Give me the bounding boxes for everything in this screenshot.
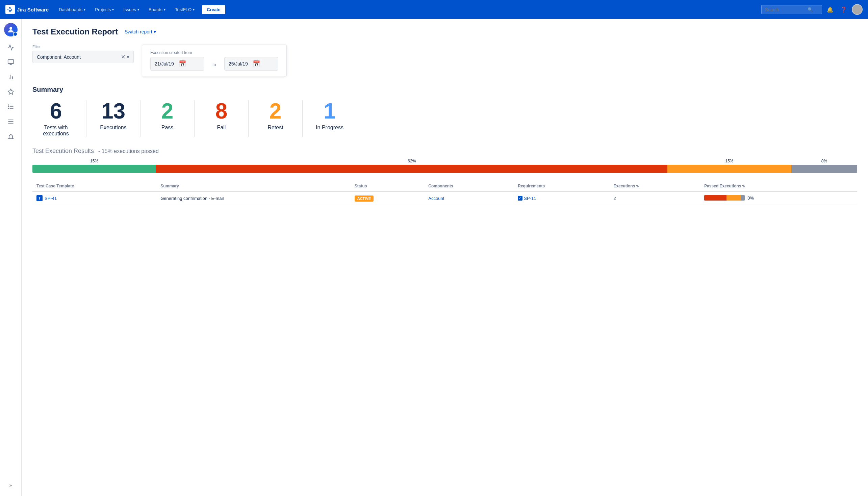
bar-segment-0 — [32, 165, 156, 173]
stat-label: Fail — [217, 125, 226, 131]
date-from-input[interactable]: 21/Jul/19 📅 — [150, 57, 204, 71]
chevron-down-icon: ▾ — [154, 29, 156, 34]
nav-boards[interactable]: Boards ▾ — [145, 5, 169, 14]
sidebar-item-issues[interactable] — [4, 115, 18, 128]
filter-section: Filter Component: Account ✕ ▾ — [32, 45, 134, 63]
project-avatar[interactable] — [4, 23, 18, 36]
progress-bar — [32, 165, 857, 173]
nav-testflo[interactable]: TestFLO ▾ — [172, 5, 198, 14]
clear-icon[interactable]: ✕ — [121, 54, 125, 60]
cell-passed-executions: 0% — [700, 192, 857, 204]
bar-label-2: 15% — [667, 159, 791, 164]
filter-select[interactable]: Component: Account ✕ ▾ — [32, 51, 134, 63]
help-icon[interactable]: ❓ — [838, 4, 849, 15]
calendar-icon[interactable]: 📅 — [253, 60, 274, 67]
stat-number: 1 — [324, 100, 336, 122]
column-header-components: Components — [424, 181, 514, 191]
test-id-text: SP-41 — [45, 196, 57, 201]
column-header-requirements: Requirements — [514, 181, 609, 191]
mini-bar-segment-1 — [727, 195, 741, 201]
chevron-down-icon: ▾ — [164, 8, 166, 12]
stat-label: Tests with executions — [43, 125, 69, 137]
jira-logo[interactable]: Jira Software — [5, 5, 49, 14]
bar-label-1: 62% — [156, 159, 667, 164]
table-header: Test Case TemplateSummaryStatusComponent… — [32, 181, 857, 191]
create-button[interactable]: Create — [202, 5, 225, 14]
test-id-link[interactable]: T SP-41 — [36, 195, 152, 201]
svg-point-0 — [10, 27, 12, 30]
table-body: T SP-41 Generating confirmation - E-mail… — [32, 191, 857, 205]
bar-label-3: 8% — [791, 159, 857, 164]
mini-bar-segment-2 — [741, 195, 745, 201]
passed-progress-bar — [704, 195, 745, 201]
main-content: Test Execution Report Switch report ▾ Fi… — [21, 19, 868, 496]
sidebar-item-reports[interactable] — [4, 70, 18, 84]
logo-text: Jira Software — [17, 7, 49, 13]
sidebar-item-deployments[interactable] — [4, 130, 18, 143]
nav-dashboards[interactable]: Dashboards ▾ — [56, 5, 89, 14]
user-avatar[interactable] — [852, 4, 863, 15]
table-row: T SP-41 Generating confirmation - E-mail… — [32, 191, 857, 205]
chevron-down-icon: ▾ — [138, 8, 139, 12]
cell-status: ACTIVE — [351, 191, 424, 205]
date-range-box: Execution created from 21/Jul/19 📅 to 25… — [142, 45, 287, 76]
stat-number: 2 — [269, 100, 282, 122]
cell-id: T SP-41 — [32, 191, 156, 205]
sort-icon[interactable]: ⇅ — [635, 184, 639, 188]
page-title: Test Execution Report — [32, 27, 118, 36]
filter-value: Component: Account — [37, 55, 118, 60]
sidebar-item-activity[interactable] — [4, 41, 18, 54]
component-link[interactable]: Account — [428, 196, 444, 201]
svg-point-11 — [8, 105, 9, 105]
sidebar-expand-button[interactable]: » — [4, 478, 18, 492]
sidebar-item-backlog[interactable] — [4, 100, 18, 113]
search-bar[interactable]: 🔍 — [761, 5, 822, 14]
sidebar-item-board[interactable] — [4, 56, 18, 69]
bar-label-0: 15% — [32, 159, 156, 164]
filter-row: Filter Component: Account ✕ ▾ Execution … — [32, 45, 857, 76]
column-header-executions[interactable]: Executions ⇅ — [609, 181, 700, 191]
svg-marker-7 — [8, 89, 14, 95]
requirement-checkbox: ✓ — [518, 196, 523, 201]
test-id-icon: T — [36, 195, 43, 201]
sidebar-item-plans[interactable] — [4, 85, 18, 98]
stat-number: 2 — [161, 100, 174, 122]
nav-issues[interactable]: Issues ▾ — [120, 5, 142, 14]
chevron-down-icon: ▾ — [84, 8, 86, 12]
date-from-label: Execution created from — [150, 50, 204, 55]
cell-requirement: ✓ SP-11 — [514, 191, 609, 205]
jira-logo-icon — [5, 5, 15, 14]
avatar-badge — [13, 32, 18, 36]
stat-number: 6 — [50, 100, 62, 122]
notifications-icon[interactable]: 🔔 — [825, 4, 836, 15]
bar-segment-3 — [791, 165, 857, 173]
search-icon: 🔍 — [808, 7, 813, 12]
switch-report-button[interactable]: Switch report ▾ — [122, 28, 159, 36]
column-header-summary: Summary — [156, 181, 351, 191]
nav-projects[interactable]: Projects ▾ — [92, 5, 117, 14]
sort-icon[interactable]: ⇅ — [741, 184, 745, 188]
requirement-item[interactable]: ✓ SP-11 — [518, 196, 605, 201]
status-badge: ACTIVE — [355, 196, 374, 202]
search-input[interactable] — [765, 7, 806, 12]
chevron-down-icon[interactable]: ▾ — [127, 54, 129, 60]
column-header-test-case-template: Test Case Template — [32, 181, 156, 191]
calendar-icon[interactable]: 📅 — [179, 60, 200, 67]
progress-bar-container: 15%62%15%8% — [32, 159, 857, 173]
bar-segment-2 — [667, 165, 791, 173]
stat-number: 8 — [216, 100, 228, 122]
date-to-input[interactable]: 25/Jul/19 📅 — [224, 57, 278, 71]
svg-rect-1 — [8, 60, 14, 64]
cell-component: Account — [424, 191, 514, 205]
column-header-passed-executions[interactable]: Passed Executions ⇅ — [700, 181, 857, 191]
stat-item-fail: 8Fail — [195, 100, 249, 137]
stat-item-retest: 2Retest — [249, 100, 303, 137]
stat-label: In Progress — [316, 125, 343, 131]
table-header-row: Test Case TemplateSummaryStatusComponent… — [32, 181, 857, 191]
results-section-title: Test Execution Results - 15% executions … — [32, 148, 857, 155]
bar-segment-1 — [156, 165, 667, 173]
stat-number: 13 — [101, 100, 125, 122]
results-table: Test Case TemplateSummaryStatusComponent… — [32, 181, 857, 205]
cell-summary: Generating confirmation - E-mail — [156, 191, 351, 205]
svg-point-13 — [8, 108, 9, 109]
